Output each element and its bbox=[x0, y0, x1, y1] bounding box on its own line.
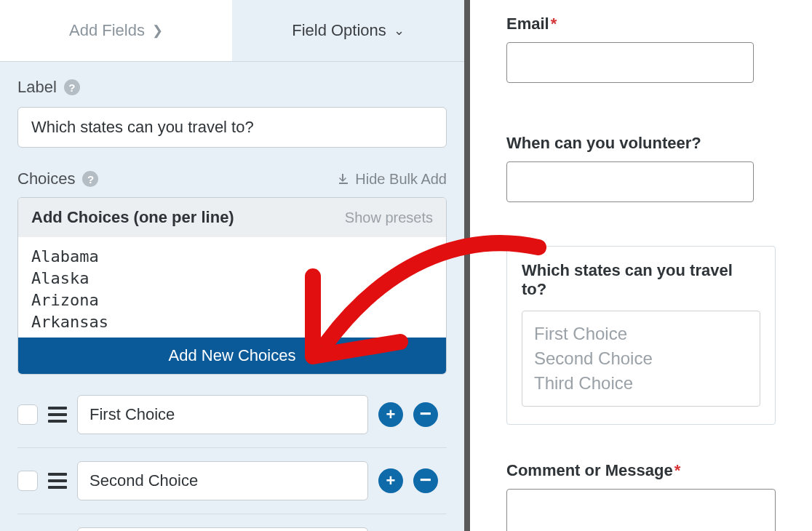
hide-bulk-add-link[interactable]: Hide Bulk Add bbox=[338, 171, 447, 188]
show-presets-link[interactable]: Show presets bbox=[345, 209, 433, 226]
required-asterisk: * bbox=[551, 15, 557, 33]
drag-handle-icon[interactable] bbox=[48, 473, 67, 489]
choice-input[interactable] bbox=[77, 527, 368, 531]
choice-default-checkbox[interactable] bbox=[17, 471, 38, 491]
panel-tabs: Add Fields ❯ Field Options ⌄ bbox=[0, 0, 464, 62]
label-heading-row: Label ? bbox=[17, 78, 447, 97]
email-input[interactable] bbox=[506, 42, 754, 83]
choice-input[interactable] bbox=[77, 461, 368, 500]
volunteer-input[interactable] bbox=[506, 161, 754, 202]
add-choice-button[interactable]: + bbox=[378, 468, 403, 493]
form-preview-pane: Email* When can you volunteer? Which sta… bbox=[470, 0, 812, 531]
preview-choice: Third Choice bbox=[534, 371, 748, 396]
preview-field-states[interactable]: Which states can you travel to? First Ch… bbox=[506, 246, 776, 425]
comment-textarea[interactable] bbox=[506, 489, 776, 531]
states-choices-box: First Choice Second Choice Third Choice bbox=[522, 311, 760, 407]
bulk-add-textarea[interactable] bbox=[18, 237, 446, 335]
tab-add-fields[interactable]: Add Fields ❯ bbox=[0, 0, 232, 61]
volunteer-label: When can you volunteer? bbox=[506, 134, 701, 152]
remove-choice-button[interactable]: − bbox=[413, 468, 438, 493]
states-label: Which states can you travel to? bbox=[522, 261, 760, 299]
drag-handle-icon[interactable] bbox=[48, 407, 67, 423]
choice-list: + − + − + − bbox=[17, 389, 447, 531]
choices-heading: Choices bbox=[17, 169, 75, 188]
preview-choice: First Choice bbox=[534, 322, 748, 346]
label-heading: Label bbox=[17, 78, 57, 97]
bulk-add-box: Add Choices (one per line) Show presets … bbox=[17, 197, 447, 375]
bulk-add-title: Add Choices (one per line) bbox=[31, 208, 234, 227]
preview-field-comment: Comment or Message* bbox=[506, 461, 797, 531]
comment-label: Comment or Message bbox=[506, 461, 673, 479]
add-new-choices-button[interactable]: Add New Choices bbox=[18, 338, 446, 374]
choices-heading-row: Choices ? bbox=[17, 169, 98, 188]
required-asterisk: * bbox=[674, 461, 681, 479]
tab-add-fields-label: Add Fields bbox=[69, 21, 145, 40]
tab-field-options[interactable]: Field Options ⌄ bbox=[232, 0, 464, 61]
choice-input[interactable] bbox=[77, 395, 368, 434]
remove-choice-button[interactable]: − bbox=[413, 402, 438, 427]
field-options-panel: Add Fields ❯ Field Options ⌄ Label ? Cho… bbox=[0, 0, 470, 531]
choice-row: + − bbox=[17, 389, 447, 448]
chevron-down-icon: ⌄ bbox=[394, 23, 405, 39]
choice-row: + − bbox=[17, 514, 447, 531]
help-icon[interactable]: ? bbox=[64, 79, 80, 95]
field-label-input[interactable] bbox=[17, 107, 447, 148]
email-label: Email bbox=[506, 15, 549, 33]
chevron-right-icon: ❯ bbox=[152, 23, 163, 39]
choice-default-checkbox[interactable] bbox=[17, 404, 38, 425]
help-icon[interactable]: ? bbox=[82, 171, 98, 187]
hide-bulk-label: Hide Bulk Add bbox=[355, 171, 447, 188]
add-choice-button[interactable]: + bbox=[378, 402, 403, 427]
tab-field-options-label: Field Options bbox=[292, 21, 386, 40]
download-icon bbox=[338, 173, 349, 185]
choice-row: + − bbox=[17, 448, 447, 514]
preview-field-volunteer: When can you volunteer? bbox=[506, 134, 797, 202]
preview-field-email: Email* bbox=[506, 15, 797, 83]
preview-choice: Second Choice bbox=[534, 346, 748, 371]
